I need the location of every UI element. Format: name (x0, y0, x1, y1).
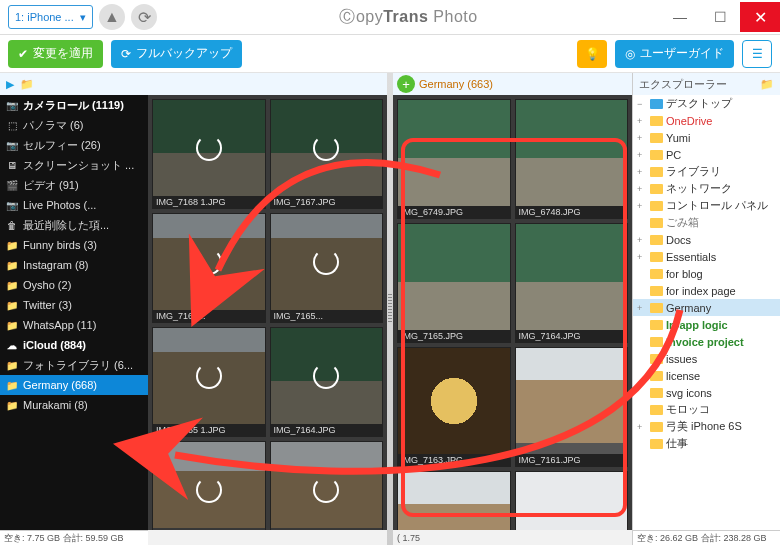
album-item[interactable]: 📁Instagram (8) (0, 255, 148, 275)
explorer-item[interactable]: +弓美 iPhone 6S (633, 418, 780, 435)
album-label: フォトライブラリ (6... (23, 358, 133, 373)
explorer-item[interactable]: +Germany (633, 299, 780, 316)
thumbnail[interactable]: IMG_7164.JPG (515, 223, 629, 343)
explorer-item[interactable]: −デスクトップ (633, 95, 780, 112)
tree-twisty-icon[interactable]: + (637, 235, 647, 245)
play-icon[interactable]: ▶ (6, 78, 14, 91)
thumbnail[interactable]: IMG_7164 1.JPG (152, 441, 266, 530)
thumbnail[interactable]: IMG_7166... (152, 213, 266, 323)
explorer-item[interactable]: +OneDrive (633, 112, 780, 129)
explorer-item[interactable]: Invoice project (633, 333, 780, 350)
maximize-button[interactable]: ☐ (700, 2, 740, 32)
eject-icon[interactable]: ▲ (99, 4, 125, 30)
thumbnail[interactable]: IMG_7168 1.JPG (152, 99, 266, 209)
folder-icon[interactable]: 📁 (760, 78, 774, 91)
explorer-item[interactable]: ごみ箱 (633, 214, 780, 231)
tree-twisty-icon[interactable]: + (637, 252, 647, 262)
explorer-item[interactable]: +Docs (633, 231, 780, 248)
device-grid-body[interactable]: IMG_7168 1.JPGIMG_7167.JPGIMG_7166...IMG… (148, 95, 387, 530)
album-item[interactable]: 📷セルフィー (26) (0, 135, 148, 155)
thumbnail[interactable]: IMG_7161.JPG (515, 347, 629, 467)
album-item[interactable]: 📁Germany (668) (0, 375, 148, 395)
album-label: Live Photos (... (23, 199, 96, 211)
album-item[interactable]: 🎬ビデオ (91) (0, 175, 148, 195)
device-selector[interactable]: 1: iPhone ... ▾ (8, 5, 93, 29)
thumbnail-caption: IMG_7163.JPG (398, 454, 510, 466)
tree-twisty-icon[interactable]: + (637, 184, 647, 194)
thumbnail[interactable]: IMG_7165 1.JPG (152, 327, 266, 437)
explorer-item[interactable]: for blog (633, 265, 780, 282)
thumbnail[interactable]: IMG_7160.JPG (397, 471, 511, 530)
menu-button[interactable]: ☰ (742, 40, 772, 68)
explorer-item[interactable]: +ライブラリ (633, 163, 780, 180)
album-item[interactable]: 📁Murakami (8) (0, 395, 148, 415)
tips-button[interactable]: 💡 (577, 40, 607, 68)
thumbnail-caption: IMG_7161.JPG (516, 454, 628, 466)
tree-twisty-icon[interactable]: − (637, 99, 647, 109)
refresh-icon[interactable]: ⟳ (131, 4, 157, 30)
thumbnail[interactable]: IMG_7164.JPG (270, 327, 384, 437)
album-icon: 📷 (6, 200, 18, 211)
explorer-item-label: Docs (666, 234, 691, 246)
tree-twisty-icon[interactable]: + (637, 116, 647, 126)
folder-icon (650, 116, 663, 126)
thumbnail[interactable]: IMG_7165.JPG (397, 223, 511, 343)
pc-grid-header: + Germany (663) (393, 73, 632, 95)
thumbnail[interactable]: IMG_6749.JPG (397, 99, 511, 219)
explorer-item[interactable]: issues (633, 350, 780, 367)
explorer-item-label: In-app logic (666, 319, 728, 331)
tree-twisty-icon[interactable]: + (637, 133, 647, 143)
device-grid: IMG_7168 1.JPGIMG_7167.JPGIMG_7166...IMG… (148, 73, 387, 545)
thumbnail-caption: IMG_7164.JPG (271, 424, 383, 436)
album-item[interactable]: 🗑最近削除した項... (0, 215, 148, 235)
user-guide-button[interactable]: ◎ ユーザーガイド (615, 40, 734, 68)
folder-icon[interactable]: 📁 (20, 78, 34, 91)
thumbnail[interactable]: IMG_6748.JPG (515, 99, 629, 219)
minimize-button[interactable]: — (660, 2, 700, 32)
thumbnail[interactable]: IMG_7167.JPG (270, 99, 384, 209)
sync-overlay-icon (153, 214, 265, 310)
album-item[interactable]: 📁Oysho (2) (0, 275, 148, 295)
folder-icon (650, 269, 663, 279)
sync-overlay-icon (153, 100, 265, 196)
explorer-item[interactable]: In-app logic (633, 316, 780, 333)
explorer-item[interactable]: モロッコ (633, 401, 780, 418)
explorer-item[interactable]: 仕事 (633, 435, 780, 452)
album-item[interactable]: 📁Funny birds (3) (0, 235, 148, 255)
device-label: 1: iPhone ... (15, 11, 74, 23)
tree-twisty-icon[interactable]: + (637, 422, 647, 432)
thumbnail[interactable]: IMG_7163.JPG (270, 441, 384, 530)
explorer-item-label: ごみ箱 (666, 215, 699, 230)
explorer-item[interactable]: +PC (633, 146, 780, 163)
explorer-item[interactable]: svg icons (633, 384, 780, 401)
album-list: 📷カメラロール (1119)⬚パノラマ (6)📷セルフィー (26)🖥スクリーン… (0, 95, 148, 530)
explorer-item[interactable]: +ネットワーク (633, 180, 780, 197)
album-item[interactable]: 📁フォトライブラリ (6... (0, 355, 148, 375)
tree-twisty-icon[interactable]: + (637, 150, 647, 160)
explorer-item[interactable]: for index page (633, 282, 780, 299)
full-backup-button[interactable]: ⟳ フルバックアップ (111, 40, 242, 68)
tree-twisty-icon[interactable]: + (637, 303, 647, 313)
album-item[interactable]: 📁WhatsApp (11) (0, 315, 148, 335)
explorer-item[interactable]: +Essentials (633, 248, 780, 265)
add-album-button[interactable]: + (397, 75, 415, 93)
album-item[interactable]: 📷Live Photos (... (0, 195, 148, 215)
album-icon: 📁 (6, 260, 18, 271)
explorer-item[interactable]: +コントロール パネル (633, 197, 780, 214)
explorer-item[interactable]: license (633, 367, 780, 384)
explorer-item[interactable]: +Yumi (633, 129, 780, 146)
close-button[interactable]: ✕ (740, 2, 780, 32)
album-item[interactable]: 📁Twitter (3) (0, 295, 148, 315)
tree-twisty-icon[interactable]: + (637, 201, 647, 211)
album-item[interactable]: 📷カメラロール (1119) (0, 95, 148, 115)
album-item[interactable]: ⬚パノラマ (6) (0, 115, 148, 135)
thumbnail-image (153, 100, 265, 196)
thumbnail[interactable]: IMG_7163.JPG (397, 347, 511, 467)
album-item[interactable]: ☁iCloud (884) (0, 335, 148, 355)
album-item[interactable]: 🖥スクリーンショット ... (0, 155, 148, 175)
thumbnail[interactable]: IMG_7165... (270, 213, 384, 323)
pc-grid-body[interactable]: IMG_6749.JPGIMG_6748.JPGIMG_7165.JPGIMG_… (393, 95, 632, 530)
thumbnail[interactable]: IMG_7159.JPG (515, 471, 629, 530)
apply-changes-button[interactable]: ✔ 変更を適用 (8, 40, 103, 68)
tree-twisty-icon[interactable]: + (637, 167, 647, 177)
